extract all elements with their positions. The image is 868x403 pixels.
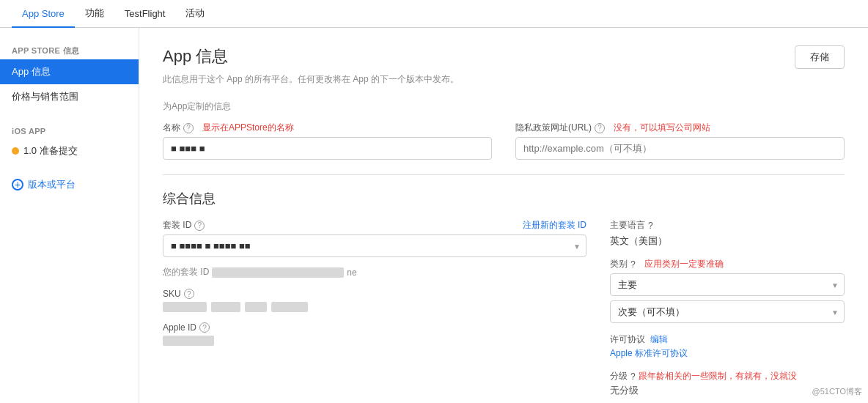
bundle-id-select[interactable]: ■ ■■■■ ■ ■■■■ ■■: [163, 234, 586, 257]
page-header: App 信息 存储: [163, 45, 845, 69]
appleid-help-icon[interactable]: ?: [199, 322, 210, 333]
bundle-id-help-icon[interactable]: ?: [194, 221, 205, 231]
bundle-id-select-wrapper: ■ ■■■■ ■ ■■■■ ■■ ▼: [163, 234, 586, 257]
your-bundle-id-value: [212, 267, 344, 278]
sidebar-section2-title: iOS APP: [0, 121, 139, 138]
rating-help-icon[interactable]: ?: [630, 371, 636, 382]
bundle-id-label: 套装 ID ?: [163, 219, 205, 232]
add-version-label: 版本或平台: [28, 178, 76, 191]
sidebar-item-version[interactable]: 1.0 准备提交: [0, 138, 139, 163]
page-title: App 信息: [163, 45, 228, 67]
name-field-group: 名称 ? 显示在APPStore的名称: [163, 122, 492, 160]
sku-value4: [271, 302, 308, 312]
appleid-group: Apple ID ?: [163, 322, 586, 346]
category-help-icon[interactable]: ?: [630, 259, 636, 270]
sidebar-section2: iOS APP 1.0 准备提交: [0, 121, 139, 163]
category-secondary-select[interactable]: 次要（可不填）: [610, 300, 845, 323]
version-label: 1.0 准备提交: [23, 144, 78, 158]
blogger-watermark: @51CTO博客: [812, 386, 862, 397]
sku-group: SKU ?: [163, 289, 586, 312]
sku-value3: [245, 302, 267, 312]
sku-label: SKU ?: [163, 289, 586, 299]
add-version-icon: +: [12, 179, 23, 191]
your-bundle-id-row: 您的套装 ID ne: [163, 266, 586, 278]
rating-annotation: 跟年龄相关的一些限制，有就有，没就没: [639, 370, 797, 382]
license-edit-link[interactable]: 编辑: [650, 334, 668, 344]
tab-testflight[interactable]: TestFlight: [114, 1, 176, 28]
category-group: 类别 ? 应用类别一定要准确 主要 ▼ 次要（可不填）: [610, 258, 845, 323]
combined-info-layout: 套装 ID ? 注册新的套装 ID ■ ■■■■ ■ ■■■■ ■■ ▼ 您: [163, 219, 845, 397]
name-help-icon[interactable]: ?: [183, 123, 194, 133]
category-annotation: 应用类别一定要准确: [644, 258, 724, 270]
sku-value1: [163, 302, 207, 312]
privacy-field-group: 隐私政策网址(URL) ? 没有，可以填写公司网站: [515, 122, 845, 160]
license-group: 许可协议 编辑 Apple 标准许可协议: [610, 333, 845, 360]
primary-lang-group: 主要语言 ? 英文（美国）: [610, 219, 845, 248]
sku-value2: [211, 302, 240, 312]
tab-appstore[interactable]: App Store: [12, 1, 75, 28]
primary-lang-label: 主要语言 ?: [610, 219, 845, 232]
rating-label: 分级 ? 跟年龄相关的一些限制，有就有，没就没: [610, 370, 845, 382]
privacy-help-icon[interactable]: ?: [595, 123, 605, 133]
bundle-id-group: 套装 ID ? 注册新的套装 ID ■ ■■■■ ■ ■■■■ ■■ ▼: [163, 219, 586, 257]
sidebar-section1-title: APP STORE 信息: [0, 40, 139, 59]
sidebar: APP STORE 信息 App 信息 价格与销售范围 iOS APP 1.0 …: [0, 28, 139, 403]
tab-features[interactable]: 功能: [75, 1, 114, 28]
privacy-url-input[interactable]: [515, 137, 845, 160]
tab-activity[interactable]: 活动: [175, 1, 215, 28]
sidebar-item-pricing[interactable]: 价格与销售范围: [0, 84, 139, 109]
combined-left: 套装 ID ? 注册新的套装 ID ■ ■■■■ ■ ■■■■ ■■ ▼ 您: [163, 219, 586, 397]
page-subtitle: 此信息用于这个 App 的所有平台。任何更改将在 App 的下一个版本中发布。: [163, 73, 845, 86]
category-label-field: 类别 ? 应用类别一定要准确: [610, 258, 845, 270]
name-privacy-row: 名称 ? 显示在APPStore的名称 隐私政策网址(URL) ? 没有，可以填…: [163, 122, 845, 160]
top-nav: App Store 功能 TestFlight 活动: [0, 0, 868, 28]
name-field-label: 名称 ? 显示在APPStore的名称: [163, 122, 492, 134]
name-input[interactable]: [163, 137, 492, 160]
register-bundle-id-link[interactable]: 注册新的套装 ID: [523, 219, 586, 232]
apple-standard-link[interactable]: Apple 标准许可协议: [610, 347, 845, 360]
version-status-dot: [12, 147, 19, 155]
sidebar-add-version[interactable]: + 版本或平台: [0, 169, 139, 200]
section-divider: [163, 174, 845, 175]
combined-right: 主要语言 ? 英文（美国） 类别 ? 应用类别一定要准确 主要: [610, 219, 845, 397]
appleid-label: Apple ID ?: [163, 322, 586, 333]
rating-value: 无分级: [610, 384, 845, 397]
name-annotation: 显示在APPStore的名称: [202, 122, 294, 134]
sku-help-icon[interactable]: ?: [184, 289, 194, 299]
primary-lang-value: 英文（美国）: [610, 234, 845, 248]
sidebar-item-appinfo[interactable]: App 信息: [0, 59, 139, 84]
layout: APP STORE 信息 App 信息 价格与销售范围 iOS APP 1.0 …: [0, 28, 868, 403]
main-content: App 信息 存储 此信息用于这个 App 的所有平台。任何更改将在 App 的…: [139, 28, 868, 403]
privacy-annotation: 没有，可以填写公司网站: [614, 122, 710, 134]
primary-lang-help-icon[interactable]: ?: [648, 221, 653, 231]
save-button[interactable]: 存储: [795, 45, 845, 69]
category-label: 为App定制的信息: [163, 100, 845, 113]
category-primary-select[interactable]: 主要: [610, 273, 845, 296]
appleid-value: [163, 336, 214, 346]
rating-group: 分级 ? 跟年龄相关的一些限制，有就有，没就没 无分级: [610, 370, 845, 397]
comprehensive-section-heading: 综合信息: [163, 190, 845, 207]
privacy-field-label: 隐私政策网址(URL) ? 没有，可以填写公司网站: [515, 122, 845, 134]
